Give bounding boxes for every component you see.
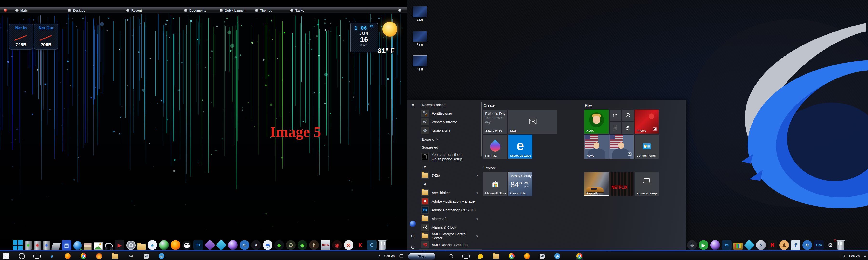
suggested-item[interactable]: You're almost thereFinish phone setup (418, 151, 482, 162)
droid-game-icon[interactable]: ◓ (263, 240, 273, 250)
tile-netflix[interactable]: NETFLIX (610, 172, 633, 196)
menubar-item-recent[interactable]: Recent (126, 7, 142, 13)
photoshop-dock-icon[interactable]: Ps (193, 240, 203, 250)
drive-green-icon[interactable] (25, 241, 32, 250)
tile-control-panel[interactable]: Control Panel (634, 135, 659, 159)
tile-asphalt8[interactable]: Asphalt 8 (585, 172, 609, 196)
app-list-scrollbar[interactable] (482, 102, 482, 156)
running-app-chrome-running-icon[interactable] (576, 253, 583, 260)
rpg-game-icon[interactable]: † (309, 240, 319, 250)
chevron-down-icon[interactable]: ∨ (476, 217, 478, 221)
sumo-icon[interactable]: ♟ (779, 240, 789, 250)
taskbar-clock[interactable]: 1:06 PM (384, 255, 396, 258)
edge-dock-icon[interactable]: e (148, 240, 157, 250)
desktop-icon-2.jpg[interactable]: 2.jpg (409, 6, 430, 22)
movies-icon[interactable]: ▶ (115, 240, 124, 250)
start-button[interactable] (3, 253, 9, 259)
vc-taskbar-icon[interactable]: VC (144, 254, 149, 259)
task-view-button[interactable] (464, 254, 468, 259)
app-item-acethinker[interactable]: AceThinker∨ (418, 188, 482, 197)
chrome-running-icon[interactable] (577, 253, 582, 259)
retro-tv-icon[interactable] (734, 243, 743, 250)
menubar-item-main[interactable]: Main (16, 7, 28, 13)
app-item-fontbrowser[interactable]: FFontBrowser (418, 109, 482, 117)
tile-news[interactable]: News (585, 135, 633, 159)
app-item-aiseesoft[interactable]: Aiseesoft∨ (418, 214, 482, 223)
documents-stack-icon[interactable] (84, 243, 92, 250)
expand-button[interactable]: Expand∨ (418, 135, 482, 144)
tile-groove-music[interactable] (622, 110, 633, 121)
tile-store[interactable]: Microsoft Store (483, 172, 507, 196)
tile-group-header-explore[interactable]: Explore (484, 166, 496, 170)
mail-taskbar-icon[interactable]: ✉ (128, 253, 134, 259)
cortana-button[interactable] (19, 253, 25, 259)
app-item-7-zip[interactable]: 7-Zip∨ (418, 171, 482, 180)
tile-calculator[interactable] (610, 122, 621, 134)
c-app-icon[interactable]: C (367, 240, 377, 250)
desktop-icon-1.jpg[interactable]: 1.jpg (409, 31, 430, 46)
tile-mail[interactable]: Mail (508, 110, 557, 134)
tile-calendar[interactable]: Father's DayTomorrow all daySaturday 16 (483, 110, 507, 134)
chevron-down-icon[interactable]: ∨ (476, 191, 478, 194)
taskbar-clock[interactable]: 1 06 PM (849, 255, 860, 258)
search-icon[interactable] (448, 253, 454, 259)
app-item-adobe-photoshop-cc-2015[interactable]: PsAdobe Photoshop CC 2015 (418, 206, 482, 214)
desktop-icon-4.jpg[interactable]: 4.jpg (409, 55, 430, 71)
tile-power-sleep[interactable]: Power & sleep (634, 172, 659, 196)
sims4-icon[interactable]: ◆ (298, 240, 307, 250)
app-item-amd-catalyst-control-center[interactable]: AMD Catalyst Control Center∨ (418, 232, 482, 240)
lightning-disc-icon[interactable]: ⚡ (756, 240, 766, 250)
tile-xbox[interactable]: Xbox (585, 110, 609, 134)
tile-group-header-play[interactable]: Play (585, 103, 592, 107)
recycle-bin-full-icon[interactable] (378, 241, 386, 250)
fontframe-icon[interactable]: f (791, 240, 801, 250)
app-item-adobe-application-manager[interactable]: AAdobe Application Manager (418, 197, 482, 206)
drive-red-icon[interactable] (34, 241, 41, 250)
openoffice-dock-icon[interactable]: ≈ (240, 240, 249, 250)
menubar-item-themes[interactable]: Themes (255, 7, 272, 13)
firefox-taskbar-icon[interactable] (524, 253, 530, 259)
vc-taskbar-icon[interactable]: VC (539, 254, 545, 259)
menubar-item-documents[interactable]: Documents (184, 7, 207, 13)
qbittorrent-icon[interactable]: qb (554, 253, 560, 259)
k-app-icon[interactable]: K (355, 240, 365, 250)
qbittorrent-icon[interactable]: qb (159, 253, 164, 259)
gears-icon[interactable]: ⚙ (826, 240, 835, 250)
user-avatar[interactable] (409, 220, 416, 228)
action-center-icon[interactable] (399, 254, 404, 259)
tile-photos[interactable]: Photos (634, 110, 659, 134)
clock-widget-icon[interactable]: 1:06 (814, 240, 824, 250)
tile-group-header-create[interactable]: Create (484, 103, 495, 107)
tile-paint3d[interactable]: Paint 3D (483, 135, 507, 159)
menubar-item-tasks[interactable]: Tasks (290, 7, 304, 13)
tile-maps[interactable] (622, 122, 633, 134)
dock-stand-icon[interactable] (51, 243, 61, 250)
asus-rog-icon[interactable]: ROG (321, 240, 330, 250)
app-item-winstep-xtreme[interactable]: Winstep Xtreme (418, 117, 482, 126)
headphones-icon[interactable] (105, 243, 113, 250)
photoshop-dock-icon[interactable]: Ps (722, 240, 732, 250)
task-view-button[interactable] (35, 254, 39, 259)
chevron-down-icon[interactable]: ∨ (476, 234, 478, 238)
calculator-dock-icon[interactable]: ▤ (62, 240, 71, 250)
folder-orange-icon[interactable] (137, 244, 146, 250)
sphere-green-icon[interactable] (159, 240, 169, 250)
menubar-item-quick-launch[interactable]: Quick Launch (220, 7, 245, 13)
firefox-taskbar-icon[interactable] (65, 253, 71, 259)
sims-icon[interactable]: ◆ (274, 240, 284, 250)
start-button[interactable]: Start (408, 253, 435, 260)
globe-download-icon[interactable] (73, 241, 82, 250)
show-hidden-chevron[interactable]: ∧ (378, 255, 380, 258)
video-converter-icon[interactable]: ▶ (699, 240, 708, 250)
windows-dock-icon[interactable] (13, 240, 23, 250)
menubar-red-orb[interactable] (4, 9, 7, 12)
tile-edge[interactable]: eMicrosoft Edge (508, 135, 532, 159)
anonymous-mask-icon[interactable] (182, 241, 191, 250)
diamond-purple-icon[interactable] (204, 239, 215, 250)
pictures-icon[interactable] (94, 242, 103, 250)
nightly-taskbar-icon[interactable] (96, 253, 102, 259)
recycle-bin-full-icon[interactable] (837, 241, 844, 250)
menubar-end-orb[interactable] (398, 9, 401, 12)
cod-game-icon[interactable]: ✪ (286, 240, 296, 250)
chevron-down-icon[interactable]: ∨ (476, 174, 478, 177)
